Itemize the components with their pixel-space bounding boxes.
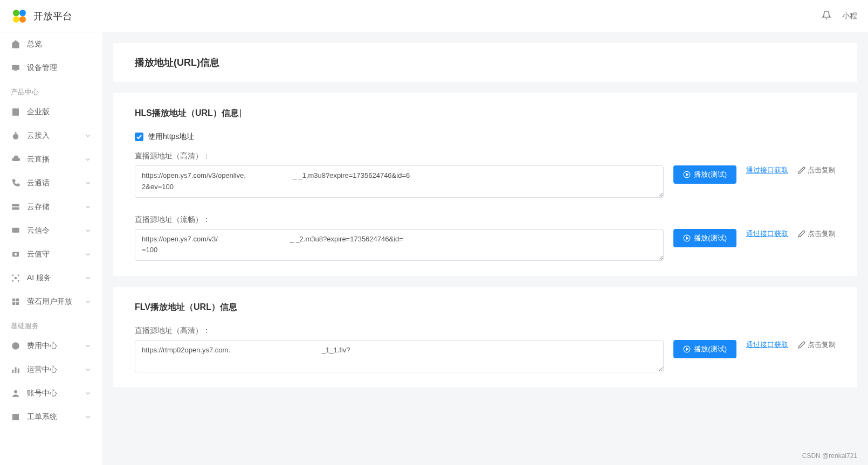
svg-marker-29 — [686, 173, 688, 176]
svg-rect-20 — [12, 302, 15, 305]
header: 开放平台 小程 — [0, 0, 868, 32]
sidebar: 总览 设备管理 产品中心 企业版 云接入 云直播 云通话 — [0, 32, 102, 409]
user-open-icon — [11, 297, 20, 307]
cloud-call-icon — [11, 178, 20, 188]
hls-title: HLS播放地址（URL）信息 — [135, 108, 836, 119]
svg-point-7 — [13, 134, 19, 140]
api-link[interactable]: 通过接口获取 — [746, 165, 788, 175]
sidebar-item-home[interactable]: 总览 — [0, 32, 102, 56]
svg-point-2 — [13, 16, 19, 23]
sidebar-section-product: 产品中心 — [0, 80, 102, 100]
sidebar-item-label: 萤石用户开放 — [27, 297, 72, 307]
sidebar-item-fee[interactable]: 费用中心 — [0, 334, 102, 358]
svg-point-14 — [12, 274, 13, 276]
ops-icon — [11, 365, 20, 374]
sidebar-item-label: 账号中心 — [27, 388, 57, 398]
sidebar-item-label: 企业版 — [27, 107, 50, 117]
sidebar-item-label: 设备管理 — [27, 63, 57, 73]
sidebar-item-label: 云信令 — [27, 226, 50, 235]
enterprise-icon — [11, 107, 20, 117]
logo[interactable]: 开放平台 — [11, 8, 72, 25]
svg-point-22 — [12, 342, 19, 350]
sidebar-item-cloud-live[interactable]: 云直播 — [0, 148, 102, 171]
sidebar-item-label: 云接入 — [27, 131, 50, 141]
flv-hd-label: 直播源地址（高清）： — [135, 326, 836, 336]
sidebar-item-label: AI 服务 — [27, 273, 51, 283]
flv-card: FLV播放地址（URL）信息 直播源地址（高清）： 播放(测试) 通过接口获取 … — [113, 287, 857, 387]
api-link[interactable]: 通过接口获取 — [746, 229, 788, 239]
svg-point-3 — [19, 16, 26, 23]
edit-icon — [798, 166, 805, 174]
svg-rect-25 — [18, 369, 19, 373]
sidebar-item-user-open[interactable]: 萤石用户开放 — [0, 290, 102, 314]
svg-rect-4 — [12, 65, 19, 70]
sidebar-section-base: 基础服务 — [0, 314, 102, 334]
svg-rect-18 — [12, 299, 15, 301]
header-right: 小程 — [822, 10, 857, 22]
sidebar-item-ai[interactable]: AI 服务 — [0, 266, 102, 290]
svg-rect-23 — [12, 370, 13, 373]
cloud-storage-icon — [11, 202, 20, 212]
sidebar-item-cloud-access[interactable]: 云接入 — [0, 124, 102, 148]
svg-point-17 — [18, 280, 19, 282]
flv-hd-url[interactable] — [135, 340, 664, 372]
svg-rect-21 — [16, 302, 19, 305]
cloud-access-icon — [11, 131, 20, 141]
play-button[interactable]: 播放(测试) — [673, 340, 736, 358]
svg-point-0 — [13, 10, 19, 16]
sidebar-item-label: 费用中心 — [27, 341, 57, 351]
svg-point-16 — [12, 280, 13, 282]
svg-rect-5 — [14, 71, 17, 72]
sidebar-item-label: 总览 — [27, 39, 42, 49]
ai-icon — [11, 273, 20, 283]
sidebar-item-label: 云直播 — [27, 155, 50, 164]
play-button[interactable]: 播放(测试) — [673, 165, 736, 184]
svg-point-13 — [15, 277, 17, 280]
sidebar-item-cloud-storage[interactable]: 云存储 — [0, 195, 102, 219]
bell-icon[interactable] — [822, 10, 831, 22]
edit-icon — [798, 341, 805, 349]
sidebar-item-device[interactable]: 设备管理 — [0, 56, 102, 80]
sidebar-item-ops[interactable]: 运营中心 — [0, 358, 102, 381]
copy-button[interactable]: 点击复制 — [798, 340, 836, 350]
fee-icon — [11, 341, 20, 351]
sidebar-item-ticket[interactable]: 工单系统 — [0, 405, 102, 409]
svg-rect-10 — [12, 228, 19, 233]
https-checkbox-row: 使用https地址 — [135, 132, 836, 142]
copy-button[interactable]: 点击复制 — [798, 165, 836, 175]
play-button[interactable]: 播放(测试) — [673, 229, 736, 247]
cloud-live-icon — [11, 155, 20, 164]
api-link[interactable]: 通过接口获取 — [746, 340, 788, 350]
cloud-watch-icon — [11, 249, 20, 259]
home-icon — [11, 39, 20, 49]
svg-rect-8 — [12, 204, 19, 207]
sidebar-item-cloud-watch[interactable]: 云值守 — [0, 242, 102, 266]
svg-point-15 — [18, 274, 19, 276]
hls-sd-row: 播放(测试) 通过接口获取 点击复制 — [135, 229, 836, 261]
logo-icon — [11, 8, 28, 25]
svg-rect-24 — [15, 367, 17, 373]
hls-hd-row: 播放(测试) 通过接口获取 点击复制 — [135, 165, 836, 198]
sidebar-item-label: 云值守 — [27, 249, 50, 259]
page-header: 播放地址(URL)信息 — [113, 43, 857, 82]
sidebar-item-label: 云通话 — [27, 178, 50, 188]
svg-rect-9 — [12, 207, 19, 210]
hls-sd-url[interactable] — [135, 229, 664, 261]
copy-button[interactable]: 点击复制 — [798, 229, 836, 239]
sidebar-item-label: 运营中心 — [27, 365, 57, 374]
hls-hd-url[interactable] — [135, 165, 664, 198]
sidebar-item-label: 云存储 — [27, 202, 50, 212]
svg-point-12 — [15, 253, 17, 256]
svg-point-1 — [19, 10, 26, 16]
sidebar-item-cloud-call[interactable]: 云通话 — [0, 171, 102, 195]
sidebar-item-cloud-msg[interactable]: 云信令 — [0, 219, 102, 242]
logo-title: 开放平台 — [33, 10, 72, 23]
sidebar-item-account[interactable]: 账号中心 — [0, 381, 102, 405]
user-label[interactable]: 小程 — [842, 11, 857, 21]
sidebar-item-enterprise[interactable]: 企业版 — [0, 100, 102, 124]
svg-marker-31 — [686, 237, 688, 239]
https-checkbox[interactable] — [135, 133, 143, 141]
hls-card: HLS播放地址（URL）信息 使用https地址 直播源地址（高清）： 播放(测… — [113, 93, 857, 276]
main: 播放地址(URL)信息 HLS播放地址（URL）信息 使用https地址 直播源… — [102, 32, 868, 409]
cloud-msg-icon — [11, 226, 20, 235]
